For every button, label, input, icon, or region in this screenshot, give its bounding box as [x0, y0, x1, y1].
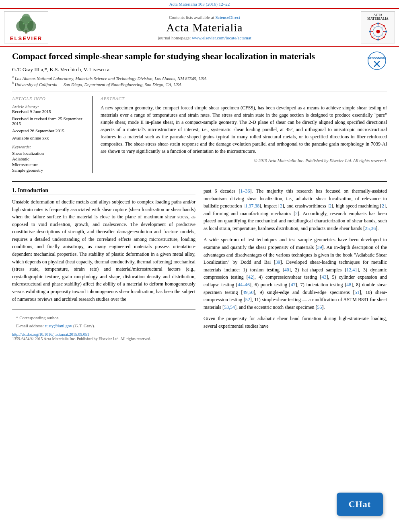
ref-25-36[interactable]: 25,36	[365, 226, 376, 231]
authors-text: G.T. Gray III a,*, K.S. Vecchio b, V. Li…	[12, 66, 109, 72]
accepted-date: Accepted 26 September 2015	[12, 128, 86, 133]
doi-link[interactable]: http://dx.doi.org/10.1016/j.actamat.2015…	[12, 332, 89, 337]
svg-point-27	[368, 52, 386, 70]
ref-2a[interactable]: 2	[280, 203, 282, 209]
keywords-label: Keywords:	[12, 144, 86, 149]
crossmark-icon: CrossMark	[367, 51, 387, 70]
acta-logo: ACTA MATERIALIA	[361, 11, 395, 43]
article-info-abstract: ARTICLE INFO Article history: Received 9…	[12, 92, 387, 173]
ref-42[interactable]: 42	[248, 274, 253, 280]
svg-point-6	[28, 22, 30, 23]
ref-52[interactable]: 52	[245, 297, 250, 302]
abstract-col: ABSTRACT A new specimen geometry, the co…	[101, 96, 387, 173]
chat-button[interactable]: CHat	[337, 493, 383, 516]
issn-line: 1359-6454/© 2015 Acta Materialia Inc. Pu…	[12, 337, 195, 341]
svg-point-15	[377, 23, 379, 25]
ref-48[interactable]: 48	[346, 282, 351, 288]
ref-1-37-38[interactable]: 1,37,38	[245, 203, 259, 209]
svg-point-26	[383, 37, 385, 38]
article-history: Article history: Received 9 June 2015 Re…	[12, 104, 86, 140]
ref-47[interactable]: 47	[291, 282, 296, 288]
article-body: 1. Introduction Unstable deformation of …	[12, 181, 387, 342]
svg-point-24	[383, 25, 385, 27]
right-paragraph-2: A wide spectrum of test techniques and t…	[204, 236, 387, 311]
journal-center: Contents lists available at ScienceDirec…	[48, 15, 361, 40]
authors-line: G.T. Gray III a,*, K.S. Vecchio b, V. Li…	[12, 66, 387, 73]
ref-2c[interactable]: 2	[382, 203, 384, 209]
journal-name: Acta Materialia	[48, 21, 361, 34]
abstract-text: A new specimen geometry, the compact for…	[101, 104, 387, 155]
email-link[interactable]: rusty@lanl.gov	[45, 323, 72, 328]
ref-55[interactable]: 55	[317, 304, 322, 310]
doi-line: Acta Materialia 103 (2016) 12–22	[0, 2, 399, 6]
email-note: E-mail address: rusty@lanl.gov (G.T. Gra…	[12, 323, 195, 328]
intro-paragraph-1: Unstable deformation of ductile metals a…	[12, 198, 195, 303]
keyword-4: Sample geometry	[12, 168, 86, 173]
email-person: (G.T. Gray).	[73, 323, 95, 328]
copyright-line: © 2015 Acta Materialia Inc. Published by…	[101, 158, 387, 163]
corresponding-author-note: * Corresponding author.	[12, 315, 195, 320]
elsevier-logo: ELSEVIER	[4, 11, 48, 43]
abstract-label: ABSTRACT	[101, 96, 387, 101]
ref-49-50[interactable]: 49,50	[243, 290, 253, 295]
svg-point-25	[371, 37, 373, 38]
revised-date: Received in revised form 25 September 20…	[12, 116, 86, 126]
ref-1-36[interactable]: 1–36	[240, 188, 250, 194]
acta-logo-title: ACTA MATERIALIA	[363, 13, 393, 21]
crossmark: CrossMark	[367, 51, 387, 71]
ref-2b[interactable]: 2	[329, 203, 331, 209]
history-label: Article history:	[12, 104, 86, 109]
affiliation-a: a Los Alamos National Laboratory, Materi…	[12, 75, 387, 81]
article-content: Compact forced simple-shear sample for s…	[0, 47, 399, 350]
sciencedirect-link[interactable]: ScienceDirect	[215, 15, 240, 20]
keyword-2: Adiabatic	[12, 156, 86, 161]
svg-point-5	[23, 23, 25, 25]
svg-point-10	[376, 30, 380, 33]
keyword-1: Shear localization	[12, 151, 86, 156]
available-date: Available online xxx	[12, 136, 86, 140]
ref-53-54[interactable]: 53,54	[224, 304, 235, 310]
homepage-line: journal homepage: www.elsevier.com/locat…	[48, 35, 361, 40]
elsevier-label: ELSEVIER	[10, 35, 42, 41]
contents-line: Contents lists available at ScienceDirec…	[48, 15, 361, 20]
homepage-text: journal homepage:	[158, 35, 191, 40]
title-text: Compact forced simple-shear sample for s…	[12, 51, 315, 61]
right-paragraph-3: Given the propensity for adiabatic shear…	[204, 315, 387, 330]
affiliations: a Los Alamos National Laboratory, Materi…	[12, 75, 387, 87]
article-title: Compact forced simple-shear sample for s…	[12, 51, 387, 62]
ref-44-46[interactable]: 44–46	[238, 282, 250, 288]
intro-heading: 1. Introduction	[12, 187, 195, 195]
keyword-3: Microstructure	[12, 162, 86, 167]
elsevier-tree-icon	[12, 13, 40, 35]
doi-footer: http://dx.doi.org/10.1016/j.actamat.2015…	[12, 332, 195, 337]
corresponding-label: * Corresponding author.	[16, 315, 59, 320]
article-info-col: ARTICLE INFO Article history: Received 9…	[12, 96, 93, 173]
svg-point-31	[376, 64, 377, 64]
ref-39a[interactable]: 39	[317, 244, 322, 250]
received-date: Received 9 June 2015	[12, 109, 86, 114]
article-info-label: ARTICLE INFO	[12, 96, 86, 101]
svg-point-18	[385, 31, 387, 33]
ref-43[interactable]: 43	[321, 274, 326, 280]
ref-12-41[interactable]: 12,41	[346, 267, 357, 273]
article-footer: * Corresponding author. E-mail address: …	[12, 309, 195, 341]
ref-39b[interactable]: 39	[276, 259, 280, 265]
svg-text:CrossMark: CrossMark	[368, 56, 387, 60]
svg-point-16	[377, 39, 379, 41]
main-header: ELSEVIER Contents lists available at Sci…	[0, 9, 399, 47]
svg-point-7	[25, 27, 27, 28]
body-left-col: 1. Introduction Unstable deformation of …	[12, 187, 195, 342]
svg-point-23	[371, 25, 373, 27]
acta-logo-icon	[364, 21, 392, 41]
ref-51[interactable]: 51	[355, 290, 360, 295]
affiliation-b: b University of California — San Diego, …	[12, 81, 387, 87]
email-label-text: E-mail address:	[16, 323, 44, 328]
body-right-col: past 6 decades [1–36]. The majority this…	[204, 187, 387, 342]
journal-header-bar: Acta Materialia 103 (2016) 12–22	[0, 0, 399, 9]
homepage-url[interactable]: www.elsevier.com/locate/actamat	[192, 35, 251, 40]
right-paragraph-1: past 6 decades [1–36]. The majority this…	[204, 187, 387, 232]
contents-text: Contents lists available at	[169, 15, 214, 20]
svg-point-17	[369, 31, 371, 33]
ref-40[interactable]: 40	[284, 267, 289, 273]
ref-2d[interactable]: 2	[295, 211, 298, 216]
